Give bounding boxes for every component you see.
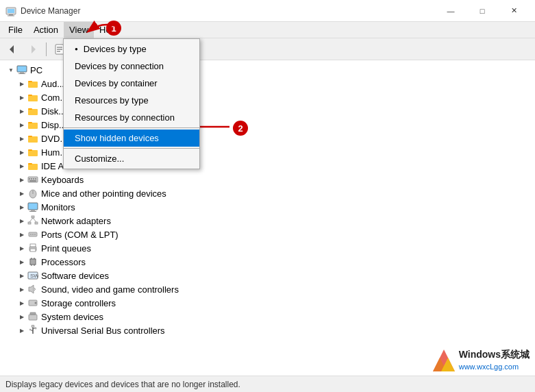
menu-item-resources-by-connection[interactable]: Resources by connection: [64, 109, 199, 126]
svg-rect-30: [28, 163, 32, 164]
svg-rect-24: [28, 122, 32, 123]
menu-bar: File Action View Help: [0, 22, 535, 38]
menu-item-devices-by-connection[interactable]: Devices by connection: [64, 58, 199, 75]
tree-item-system[interactable]: ▶ System devices: [0, 310, 535, 323]
svg-point-68: [32, 325, 34, 328]
computer-icon: [16, 64, 27, 75]
tree-label-sound: Sound, video and game controllers: [41, 284, 179, 295]
arrow-usb: ▶: [16, 325, 27, 336]
tree-item-ports[interactable]: ▶ Ports (COM & LPT): [0, 228, 535, 241]
menu-view[interactable]: View: [64, 22, 94, 38]
svg-rect-44: [35, 222, 38, 224]
tree-label-keyboards: Keyboards: [41, 175, 84, 185]
arrow-audio: ▶: [16, 78, 27, 89]
svg-rect-35: [35, 178, 36, 180]
system-icon: [27, 311, 38, 322]
minimize-button[interactable]: —: [435, 0, 466, 22]
svg-rect-39: [28, 203, 38, 210]
view-dropdown-menu: Devices by type Devices by connection De…: [63, 38, 200, 169]
close-button[interactable]: ✕: [498, 0, 530, 22]
tree-item-monitors[interactable]: ▶ Monitors: [0, 200, 535, 214]
svg-rect-43: [28, 222, 31, 224]
svg-marker-5: [32, 45, 36, 53]
svg-rect-25: [28, 136, 38, 143]
tree-label-print: Print queues: [41, 243, 91, 254]
tree-item-software[interactable]: ▶ SW Software devices: [0, 269, 535, 282]
app-icon: [5, 5, 16, 16]
svg-rect-15: [20, 72, 24, 73]
svg-rect-21: [28, 109, 38, 115]
svg-point-64: [35, 302, 37, 304]
menu-item-show-hidden[interactable]: Show hidden devices: [64, 130, 199, 147]
svg-rect-52: [30, 244, 36, 247]
svg-rect-26: [28, 136, 32, 137]
folder-icon-display: [27, 119, 38, 130]
monitor-icon: [27, 201, 38, 212]
tree-label-pc: PC: [30, 65, 42, 75]
tree-label-software: Software devices: [41, 271, 109, 281]
svg-rect-14: [17, 66, 27, 72]
svg-rect-41: [29, 211, 36, 212]
folder-icon-human: [27, 147, 38, 158]
menu-item-resources-by-type[interactable]: Resources by type: [64, 92, 199, 109]
keyboard-icon: [27, 174, 38, 185]
folder-icon-disk: [27, 106, 38, 117]
folder-icon-audio: [27, 78, 38, 89]
menu-item-devices-by-container[interactable]: Devices by container: [64, 75, 199, 92]
svg-rect-1: [8, 9, 14, 13]
svg-text:SW: SW: [30, 273, 38, 279]
menu-help[interactable]: Help: [94, 22, 123, 38]
back-icon: [7, 44, 18, 55]
menu-item-devices-by-type[interactable]: Devices by type: [64, 40, 199, 58]
arrow-sound: ▶: [16, 284, 27, 295]
arrow-human: ▶: [16, 147, 27, 158]
svg-line-46: [33, 218, 36, 222]
menu-action[interactable]: Action: [28, 22, 64, 38]
tree-label-monitors: Monitors: [41, 202, 75, 212]
svg-marker-62: [29, 285, 34, 293]
arrow-print: ▶: [16, 243, 27, 254]
title-bar: Device Manager — □ ✕: [0, 0, 535, 22]
forward-button[interactable]: [23, 40, 42, 58]
tree-item-print[interactable]: ▶ Print queues: [0, 241, 535, 255]
tree-item-storage[interactable]: ▶ Storage controllers: [0, 296, 535, 310]
sound-icon: [27, 284, 38, 295]
menu-item-customize[interactable]: Customize...: [64, 150, 199, 167]
svg-rect-20: [28, 95, 32, 96]
svg-rect-71: [35, 328, 36, 329]
arrow-mice: ▶: [16, 188, 27, 199]
watermark-text-block: Windows系统城 www.wxcLgg.com: [459, 348, 530, 373]
back-button[interactable]: [3, 40, 22, 58]
svg-rect-17: [28, 82, 38, 88]
arrow-com: ▶: [16, 92, 27, 103]
svg-rect-34: [33, 178, 34, 180]
svg-rect-23: [28, 123, 38, 129]
tree-item-keyboards[interactable]: ▶ Keyboards: [0, 173, 535, 186]
svg-rect-3: [8, 15, 14, 16]
watermark-logo: [433, 350, 455, 371]
tree-item-network[interactable]: ▶ Network adapters: [0, 214, 535, 228]
window-title: Device Manager: [21, 6, 80, 16]
arrow-network: ▶: [16, 215, 27, 226]
toolbar-separator-1: [46, 42, 47, 56]
arrow-system: ▶: [16, 311, 27, 322]
tree-item-sound[interactable]: ▶ Sound, video and game controllers: [0, 282, 535, 296]
menu-separator-2: [64, 148, 199, 149]
maximize-button[interactable]: □: [466, 0, 498, 22]
print-icon: [27, 243, 38, 254]
arrow-storage: ▶: [16, 297, 27, 308]
network-icon: [27, 215, 38, 226]
tree-item-processors[interactable]: ▶ Processors: [0, 255, 535, 269]
svg-rect-42: [32, 216, 34, 218]
software-icon: SW: [27, 270, 38, 281]
svg-rect-33: [31, 178, 32, 180]
tree-item-mice[interactable]: ▶ Mice and other pointing devices: [0, 186, 535, 200]
arrow-dvd: ▶: [16, 133, 27, 144]
svg-rect-32: [29, 178, 30, 180]
svg-rect-36: [29, 180, 36, 182]
folder-icon-ide: [27, 160, 38, 171]
svg-rect-28: [28, 149, 32, 151]
tree-item-usb[interactable]: ▶ Universal Serial Bus controllers: [0, 323, 535, 337]
processor-icon: [27, 256, 38, 267]
menu-file[interactable]: File: [3, 22, 28, 38]
